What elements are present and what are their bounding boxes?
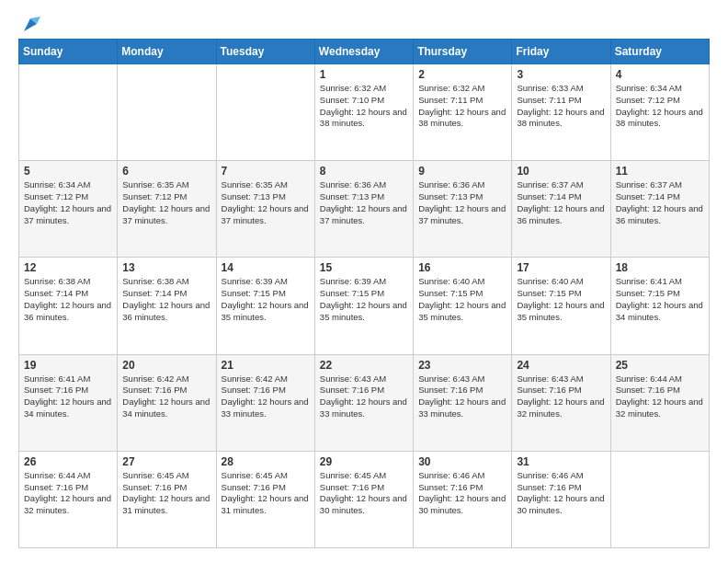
calendar-cell: 16Sunrise: 6:40 AM Sunset: 7:15 PM Dayli… [414, 258, 512, 354]
day-number: 12 [24, 261, 112, 274]
day-info: Sunrise: 6:44 AM Sunset: 7:16 PM Dayligh… [616, 373, 704, 420]
day-info: Sunrise: 6:46 AM Sunset: 7:16 PM Dayligh… [517, 470, 605, 517]
calendar-table: SundayMondayTuesdayWednesdayThursdayFrid… [18, 39, 710, 548]
day-number: 29 [320, 455, 408, 468]
day-number: 9 [418, 165, 506, 178]
calendar-cell [216, 64, 314, 161]
calendar-cell: 4Sunrise: 6:34 AM Sunset: 7:12 PM Daylig… [610, 64, 709, 161]
calendar-cell: 5Sunrise: 6:34 AM Sunset: 7:12 PM Daylig… [19, 161, 118, 258]
calendar-cell: 3Sunrise: 6:33 AM Sunset: 7:11 PM Daylig… [512, 64, 610, 161]
calendar-cell: 26Sunrise: 6:44 AM Sunset: 7:16 PM Dayli… [19, 451, 118, 547]
day-info: Sunrise: 6:45 AM Sunset: 7:16 PM Dayligh… [122, 470, 210, 517]
calendar-cell: 27Sunrise: 6:45 AM Sunset: 7:16 PM Dayli… [118, 451, 216, 547]
day-info: Sunrise: 6:42 AM Sunset: 7:16 PM Dayligh… [222, 373, 310, 420]
calendar-cell: 14Sunrise: 6:39 AM Sunset: 7:15 PM Dayli… [216, 258, 314, 354]
day-number: 22 [320, 359, 408, 372]
calendar-week-row: 5Sunrise: 6:34 AM Sunset: 7:12 PM Daylig… [19, 161, 710, 258]
day-number: 20 [122, 359, 210, 372]
day-info: Sunrise: 6:38 AM Sunset: 7:14 PM Dayligh… [24, 276, 112, 323]
calendar-cell: 21Sunrise: 6:42 AM Sunset: 7:16 PM Dayli… [216, 354, 314, 451]
col-header-saturday: Saturday [610, 40, 709, 64]
calendar-cell [118, 64, 216, 161]
calendar-cell: 18Sunrise: 6:41 AM Sunset: 7:15 PM Dayli… [610, 258, 709, 354]
day-number: 5 [24, 165, 112, 178]
day-number: 13 [122, 261, 210, 274]
day-info: Sunrise: 6:46 AM Sunset: 7:16 PM Dayligh… [418, 470, 506, 517]
calendar-week-row: 12Sunrise: 6:38 AM Sunset: 7:14 PM Dayli… [19, 258, 710, 354]
calendar-cell [19, 64, 118, 161]
calendar-week-row: 19Sunrise: 6:41 AM Sunset: 7:16 PM Dayli… [19, 354, 710, 451]
calendar-cell: 24Sunrise: 6:43 AM Sunset: 7:16 PM Dayli… [512, 354, 610, 451]
calendar-cell: 28Sunrise: 6:45 AM Sunset: 7:16 PM Dayli… [216, 451, 314, 547]
day-info: Sunrise: 6:37 AM Sunset: 7:14 PM Dayligh… [616, 179, 704, 226]
calendar-cell: 1Sunrise: 6:32 AM Sunset: 7:10 PM Daylig… [314, 64, 413, 161]
day-number: 8 [320, 165, 408, 178]
day-info: Sunrise: 6:35 AM Sunset: 7:13 PM Dayligh… [222, 179, 310, 226]
day-number: 27 [122, 455, 210, 468]
day-info: Sunrise: 6:39 AM Sunset: 7:15 PM Dayligh… [222, 276, 310, 323]
logo-icon [20, 15, 40, 35]
col-header-sunday: Sunday [19, 40, 118, 64]
header [18, 15, 710, 29]
day-info: Sunrise: 6:43 AM Sunset: 7:16 PM Dayligh… [418, 373, 506, 420]
day-number: 28 [222, 455, 310, 468]
col-header-wednesday: Wednesday [314, 40, 413, 64]
calendar-cell: 12Sunrise: 6:38 AM Sunset: 7:14 PM Dayli… [19, 258, 118, 354]
calendar-cell: 10Sunrise: 6:37 AM Sunset: 7:14 PM Dayli… [512, 161, 610, 258]
calendar-cell: 30Sunrise: 6:46 AM Sunset: 7:16 PM Dayli… [414, 451, 512, 547]
calendar-header-row: SundayMondayTuesdayWednesdayThursdayFrid… [19, 40, 710, 64]
day-number: 6 [122, 165, 210, 178]
day-number: 14 [222, 261, 310, 274]
day-number: 21 [222, 359, 310, 372]
day-number: 16 [418, 261, 506, 274]
day-info: Sunrise: 6:43 AM Sunset: 7:16 PM Dayligh… [517, 373, 605, 420]
calendar-cell: 15Sunrise: 6:39 AM Sunset: 7:15 PM Dayli… [314, 258, 413, 354]
day-number: 31 [517, 455, 605, 468]
day-info: Sunrise: 6:36 AM Sunset: 7:13 PM Dayligh… [418, 179, 506, 226]
day-number: 4 [616, 68, 704, 81]
col-header-friday: Friday [512, 40, 610, 64]
day-info: Sunrise: 6:37 AM Sunset: 7:14 PM Dayligh… [517, 179, 605, 226]
day-number: 30 [418, 455, 506, 468]
day-info: Sunrise: 6:36 AM Sunset: 7:13 PM Dayligh… [320, 179, 408, 226]
calendar-cell: 29Sunrise: 6:45 AM Sunset: 7:16 PM Dayli… [314, 451, 413, 547]
day-number: 23 [418, 359, 506, 372]
calendar-cell: 6Sunrise: 6:35 AM Sunset: 7:12 PM Daylig… [118, 161, 216, 258]
calendar-cell: 23Sunrise: 6:43 AM Sunset: 7:16 PM Dayli… [414, 354, 512, 451]
day-info: Sunrise: 6:43 AM Sunset: 7:16 PM Dayligh… [320, 373, 408, 420]
day-number: 11 [616, 165, 704, 178]
day-info: Sunrise: 6:38 AM Sunset: 7:14 PM Dayligh… [122, 276, 210, 323]
day-info: Sunrise: 6:34 AM Sunset: 7:12 PM Dayligh… [24, 179, 112, 226]
calendar-cell: 31Sunrise: 6:46 AM Sunset: 7:16 PM Dayli… [512, 451, 610, 547]
logo [18, 15, 40, 29]
day-number: 25 [616, 359, 704, 372]
day-number: 1 [320, 68, 408, 81]
calendar-week-row: 1Sunrise: 6:32 AM Sunset: 7:10 PM Daylig… [19, 64, 710, 161]
calendar-cell: 22Sunrise: 6:43 AM Sunset: 7:16 PM Dayli… [314, 354, 413, 451]
calendar-cell: 25Sunrise: 6:44 AM Sunset: 7:16 PM Dayli… [610, 354, 709, 451]
day-info: Sunrise: 6:39 AM Sunset: 7:15 PM Dayligh… [320, 276, 408, 323]
calendar-cell: 17Sunrise: 6:40 AM Sunset: 7:15 PM Dayli… [512, 258, 610, 354]
day-info: Sunrise: 6:32 AM Sunset: 7:11 PM Dayligh… [418, 83, 506, 130]
calendar-cell: 8Sunrise: 6:36 AM Sunset: 7:13 PM Daylig… [314, 161, 413, 258]
calendar-week-row: 26Sunrise: 6:44 AM Sunset: 7:16 PM Dayli… [19, 451, 710, 547]
day-number: 10 [517, 165, 605, 178]
day-info: Sunrise: 6:45 AM Sunset: 7:16 PM Dayligh… [320, 470, 408, 517]
calendar-cell: 2Sunrise: 6:32 AM Sunset: 7:11 PM Daylig… [414, 64, 512, 161]
day-number: 26 [24, 455, 112, 468]
calendar-cell: 7Sunrise: 6:35 AM Sunset: 7:13 PM Daylig… [216, 161, 314, 258]
day-number: 3 [517, 68, 605, 81]
day-info: Sunrise: 6:41 AM Sunset: 7:16 PM Dayligh… [24, 373, 112, 420]
calendar-cell: 20Sunrise: 6:42 AM Sunset: 7:16 PM Dayli… [118, 354, 216, 451]
page: SundayMondayTuesdayWednesdayThursdayFrid… [0, 0, 728, 563]
col-header-monday: Monday [118, 40, 216, 64]
day-info: Sunrise: 6:44 AM Sunset: 7:16 PM Dayligh… [24, 470, 112, 517]
day-info: Sunrise: 6:41 AM Sunset: 7:15 PM Dayligh… [616, 276, 704, 323]
day-number: 24 [517, 359, 605, 372]
day-info: Sunrise: 6:35 AM Sunset: 7:12 PM Dayligh… [122, 179, 210, 226]
calendar-cell: 19Sunrise: 6:41 AM Sunset: 7:16 PM Dayli… [19, 354, 118, 451]
day-number: 15 [320, 261, 408, 274]
day-info: Sunrise: 6:33 AM Sunset: 7:11 PM Dayligh… [517, 83, 605, 130]
day-number: 2 [418, 68, 506, 81]
calendar-cell: 11Sunrise: 6:37 AM Sunset: 7:14 PM Dayli… [610, 161, 709, 258]
